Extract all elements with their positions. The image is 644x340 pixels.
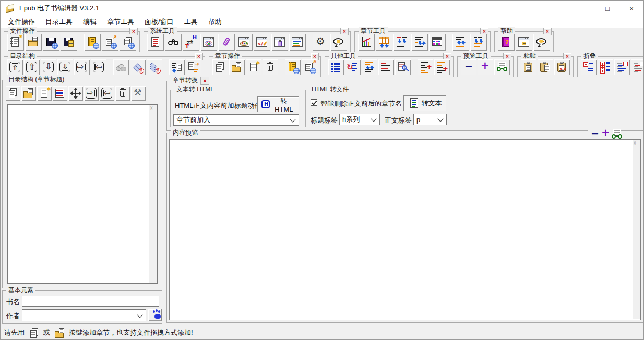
move-cross-button[interactable]	[68, 86, 83, 101]
ht-swap-button[interactable]: ⇄HT	[183, 34, 199, 51]
merge-arrows-list-button[interactable]	[362, 59, 377, 75]
import-chapters-button[interactable]	[169, 59, 185, 75]
add-suffix-list-button[interactable]: +	[434, 59, 450, 75]
folder-page-button[interactable]	[21, 86, 36, 101]
menu-item-6[interactable]: 工具	[179, 16, 203, 28]
copy-doc-globe-arrow-button[interactable]: ➔	[102, 34, 118, 51]
collapse-branch-button[interactable]	[614, 59, 630, 75]
copy-doc-globe-arrow-button[interactable]: ➔	[302, 59, 317, 75]
zoom-out-button[interactable]: −	[461, 59, 476, 75]
palette-window-button[interactable]	[236, 34, 253, 51]
indent-left-button[interactable]: ⇦	[91, 59, 106, 75]
manage-tools-button[interactable]: ⚒	[131, 86, 146, 101]
convert-to-html-button[interactable]: H 转HTML	[257, 96, 299, 112]
chapter-doc-button[interactable]	[147, 34, 164, 51]
color-list-button[interactable]	[53, 86, 67, 101]
address-book-globe-button[interactable]	[285, 59, 301, 75]
paste-button[interactable]	[521, 59, 536, 75]
eraser-button[interactable]	[113, 59, 129, 75]
delete-layer-button[interactable]: ×	[130, 59, 146, 75]
expand-branch-button[interactable]	[631, 59, 644, 75]
body-tag-combobox[interactable]: p	[413, 114, 447, 125]
feedback-bubble-button[interactable]	[533, 34, 550, 51]
tips-bubble-button[interactable]	[330, 34, 347, 51]
copy-pages-button[interactable]	[212, 59, 228, 75]
clipboard-window-button[interactable]	[271, 34, 288, 51]
menu-item-5[interactable]: 面板/窗口	[139, 16, 179, 28]
new-page-button[interactable]: *	[37, 86, 52, 101]
delete-trash-button[interactable]	[263, 59, 278, 75]
chevron-down-icon[interactable]	[137, 312, 142, 318]
chevron-down-icon[interactable]	[437, 116, 443, 122]
atom-window-button[interactable]	[200, 34, 217, 51]
author-combobox[interactable]	[22, 309, 146, 321]
delete-trash-button[interactable]	[115, 86, 130, 101]
indent-right-button[interactable]: ⇨	[84, 86, 99, 101]
book-name-input[interactable]	[22, 296, 159, 307]
add-prefix-list-button[interactable]: +	[418, 59, 433, 75]
list-sort-arrows-button[interactable]	[411, 34, 428, 51]
chevron-down-icon[interactable]	[371, 116, 376, 122]
split-down-list-button[interactable]	[470, 34, 487, 51]
zoom-in-button[interactable]: +	[478, 59, 493, 75]
new-page-button[interactable]: *	[246, 59, 261, 75]
insert-mode-combobox[interactable]: 章节前加入	[173, 114, 299, 126]
color-table-button[interactable]	[429, 34, 446, 51]
paperclip-button[interactable]	[218, 34, 235, 51]
preview-scrollbar[interactable]: ∧ ∨	[633, 140, 640, 319]
zoom-in-icon[interactable]: +	[600, 128, 609, 137]
chapter-list[interactable]: ∧ ∨	[7, 104, 158, 284]
copy-pages-button[interactable]	[6, 86, 20, 101]
expand-all-button[interactable]	[598, 59, 613, 75]
move-bottom-button[interactable]: ⇩	[57, 59, 73, 75]
export-chapter-button[interactable]: ➔	[186, 59, 201, 75]
menu-item-1[interactable]: 文件操作	[3, 16, 40, 28]
help-book-button[interactable]: ?	[498, 34, 515, 51]
list-down-arrows-button[interactable]	[393, 34, 410, 51]
move-top-button[interactable]: ⇧	[7, 59, 23, 75]
zoom-out-icon[interactable]: −	[589, 128, 598, 137]
code-editor-button[interactable]: </>	[254, 34, 270, 51]
indent-left-button[interactable]: ⇦	[100, 86, 114, 101]
merge-down-list-button[interactable]	[452, 34, 469, 51]
indent-right-button[interactable]: ⇨	[74, 59, 90, 75]
collapse-all-button[interactable]	[581, 59, 597, 75]
maximize-button[interactable]: □	[595, 1, 619, 16]
paste-text-button[interactable]	[538, 59, 553, 75]
smart-delete-checkbox[interactable]	[311, 99, 317, 106]
minimize-button[interactable]: —	[571, 1, 595, 16]
open-folder-button[interactable]	[25, 34, 42, 51]
settings-gear-button[interactable]: ⚙	[313, 34, 329, 51]
delete-layers-button[interactable]: ×	[147, 59, 162, 75]
copy-doc-globe-button[interactable]	[120, 34, 136, 51]
address-book-globe-button[interactable]	[84, 34, 101, 51]
menu-item-2[interactable]: 目录工具	[40, 16, 78, 28]
binoculars-button[interactable]	[165, 34, 182, 51]
save-text-disk-button[interactable]	[61, 34, 77, 51]
folder-page-button[interactable]	[229, 59, 245, 75]
stats-chart-button[interactable]	[358, 34, 375, 51]
convert-to-text-button[interactable]: 转文本	[403, 95, 446, 111]
baidu-search-author-button[interactable]	[148, 309, 162, 321]
paste-html-button[interactable]: <>	[554, 59, 570, 75]
reader-glasses-button[interactable]	[494, 59, 510, 75]
bullet-list-button[interactable]	[328, 59, 344, 75]
title-tag-combobox[interactable]: h系列	[339, 114, 380, 125]
close-conversion-panel-button[interactable]: ×	[200, 77, 209, 85]
move-down-button[interactable]: ⇩	[41, 59, 56, 75]
renumber-list-button[interactable]: ↻	[345, 59, 361, 75]
chapter-list-scrollbar[interactable]: ∧ ∨	[149, 105, 157, 283]
new-notebook-button[interactable]: *	[7, 34, 24, 51]
search-doc-button[interactable]	[395, 59, 411, 75]
table-down-arrows-button[interactable]	[376, 34, 392, 51]
preview-content[interactable]	[169, 139, 641, 320]
format-list-button[interactable]	[378, 59, 394, 75]
save-disk-button[interactable]	[43, 34, 59, 51]
reader-glasses-icon[interactable]	[611, 128, 620, 137]
menu-item-4[interactable]: 章节工具	[102, 16, 139, 28]
menu-item-7[interactable]: 帮助	[203, 16, 227, 28]
homepage-window-button[interactable]	[516, 34, 532, 51]
chevron-down-icon[interactable]	[290, 116, 295, 122]
close-button[interactable]: ×	[619, 1, 643, 16]
move-up-button[interactable]: ⇧	[24, 59, 40, 75]
